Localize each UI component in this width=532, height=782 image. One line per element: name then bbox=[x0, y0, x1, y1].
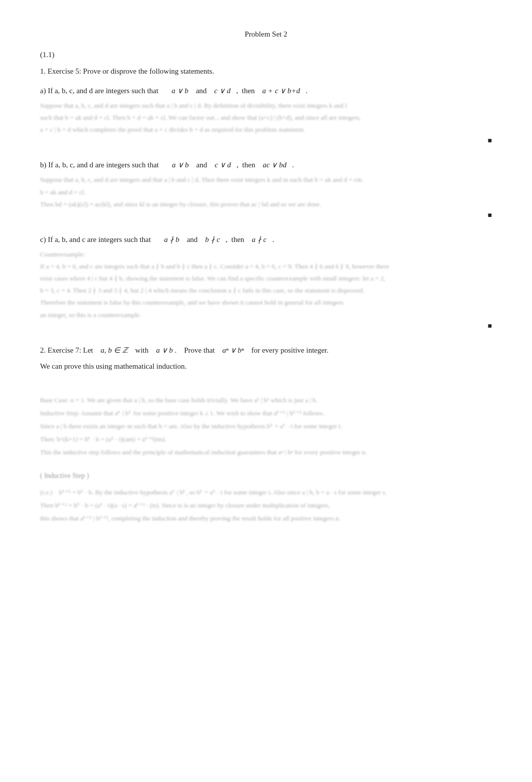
inductive-step-line3: this shows that aᵏ⁺¹ | bᵏ⁺¹, completing … bbox=[40, 513, 492, 524]
inductive-step-line1: (i.e.) bᵏ⁺¹ = bᵏ · b. By the inductive h… bbox=[40, 487, 492, 497]
part-c-proof-line5: an integer, so this is a counterexample. bbox=[40, 310, 492, 320]
part-c-qed: ■ bbox=[40, 322, 492, 330]
induction-line5: This the inductive step follows and the … bbox=[40, 447, 492, 457]
part-c-proof-line1: If a = 4, b = 6, and c are integers such… bbox=[40, 262, 492, 272]
title-text: Problem Set 2 bbox=[245, 30, 288, 38]
exercise2-statement: 2. Exercise 7: Let a, b ∈ ℤ with a ∨ b .… bbox=[40, 344, 492, 356]
part-a-proof-line1: Suppose that a, b, c, and d are integers… bbox=[40, 101, 492, 111]
induction-proof-section: Base Case: n = 1. We are given that a | … bbox=[40, 386, 492, 524]
induction-line2: Inductive Step: Assume that aᵏ | bᵏ for … bbox=[40, 408, 492, 418]
induction-line3: Since a | b there exists an integer m su… bbox=[40, 421, 492, 431]
exercise2: 2. Exercise 7: Let a, b ∈ ℤ with a ∨ b .… bbox=[40, 344, 492, 372]
part-a-proof-line2: such that b = ak and d = cl. Then b + d … bbox=[40, 113, 492, 123]
page-title: Problem Set 2 bbox=[40, 30, 492, 39]
part-c-counterexample-label: Counterexample: bbox=[40, 249, 492, 259]
part-a-qed: ■ bbox=[40, 137, 492, 145]
inductive-step-line2: Then bᵏ⁺¹ = bᵏ · b = (aᵏ · t)(a · s) = a… bbox=[40, 500, 492, 510]
part-c-proof-line4: Therefore the statement is false by this… bbox=[40, 298, 492, 308]
section-label: (1.1) bbox=[40, 51, 492, 59]
part-c-proof-line3: b = 3, c = 4. Then 2 ∤ 3 and 3 ∤ 4, but … bbox=[40, 286, 492, 296]
part-b-statement: b) If a, b, c, and d are integers such t… bbox=[40, 159, 492, 171]
problem-part-b: b) If a, b, c, and d are integers such t… bbox=[40, 159, 492, 219]
problem-part-a: a) If a, b, c, and d are integers such t… bbox=[40, 85, 492, 145]
exercise2-induction-note: We can prove this using mathematical ind… bbox=[40, 360, 492, 372]
part-a-proof-line3: a + c | b + d which completes the proof … bbox=[40, 125, 492, 135]
induction-line4: Then: b^(k+1) = bᵏ · b = (aᵏ · t)(am) = … bbox=[40, 434, 492, 444]
part-c-statement: c) If a, b, and c are integers such that… bbox=[40, 233, 492, 245]
inductive-step-label: ( Inductive Step ) bbox=[40, 470, 492, 481]
induction-line1: Base Case: n = 1. We are given that a | … bbox=[40, 395, 492, 405]
part-b-proof-line1: Suppose that a, b, c, and d are integers… bbox=[40, 175, 492, 185]
part-b-proof-line2: b = ak and d = cl. bbox=[40, 187, 492, 197]
part-b-qed: ■ bbox=[40, 211, 492, 219]
problem-part-c: c) If a, b, and c are integers such that… bbox=[40, 233, 492, 330]
exercise1-title: 1. Exercise 5: Prove or disprove the fol… bbox=[40, 67, 492, 76]
part-a-statement: a) If a, b, c, and d are integers such t… bbox=[40, 85, 492, 97]
part-c-proof-line2: exist cases where 4 | c but 4 ∤ b, showi… bbox=[40, 274, 492, 284]
part-b-proof-line3: Then bd = (ak)(cl) = ac(kl), and since k… bbox=[40, 199, 492, 209]
